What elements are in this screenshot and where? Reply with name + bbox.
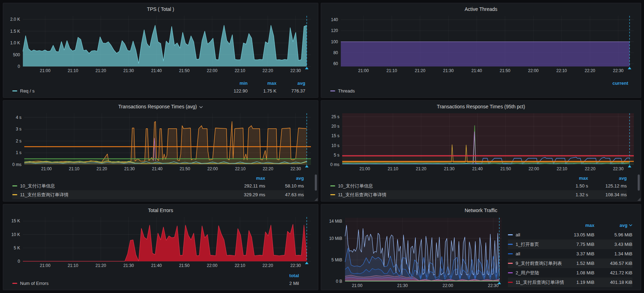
- legend-row: Num of Errors2 Mil: [12, 279, 299, 288]
- legend-stat-value: 1.08 MiB: [556, 270, 594, 275]
- svg-text:21:50: 21:50: [500, 166, 511, 171]
- panel-title-rt-avg[interactable]: Transactions Response Times (avg): [7, 103, 314, 111]
- legend-item: all: [508, 232, 556, 237]
- legend-scrollbar[interactable]: [315, 174, 317, 191]
- legend-series-label[interactable]: Req / s: [20, 88, 34, 94]
- svg-text:21:00: 21:00: [359, 166, 370, 171]
- svg-text:21:20: 21:20: [415, 68, 425, 73]
- svg-text:22:10: 22:10: [235, 166, 246, 171]
- network-traffic-body: 0 B5 MiB10 MiB14 MiB21:0021:3022:0022:30…: [325, 216, 637, 288]
- svg-text:21:50: 21:50: [500, 68, 510, 73]
- svg-text:5 K: 5 K: [14, 246, 20, 250]
- total-errors-chart-canvas[interactable]: 05 K10 K15 K21:0021:1021:2021:3021:4021:…: [7, 215, 314, 268]
- legend-series-label[interactable]: all: [516, 251, 520, 256]
- network-traffic-chart-canvas[interactable]: 0 B5 MiB10 MiB14 MiB21:0021:3022:0022:30: [325, 216, 504, 288]
- legend-series-label[interactable]: Threads: [338, 88, 355, 94]
- legend-header-total[interactable]: total: [267, 273, 299, 278]
- legend-header-avg[interactable]: avg: [276, 81, 305, 86]
- svg-text:21:00: 21:00: [40, 68, 50, 73]
- legend-header-label: min: [240, 81, 248, 86]
- svg-text:21:00: 21:00: [40, 263, 50, 268]
- panel-title-network-traffic[interactable]: Network Traffic: [325, 206, 637, 215]
- active-threads-legend: currentThreads: [325, 79, 637, 95]
- dashboard: TPS ( Total ) 05001.0 K1.5 K2.0 K21:0021…: [0, 0, 644, 293]
- svg-text:21:40: 21:40: [472, 166, 483, 171]
- legend-stat-value: 1.34 MiB: [594, 251, 632, 256]
- legend-row: 2_用户登陆1.08 MiB421.72 KiB: [508, 268, 632, 278]
- panel-title-text: Transactions Response Times (avg): [118, 104, 197, 109]
- legend-stat-value: 436.57 KiB: [594, 261, 632, 266]
- legend-header-max[interactable]: max: [227, 176, 265, 181]
- legend-series-label[interactable]: 11_支付后查询订单详情: [20, 192, 69, 198]
- legend-series-label[interactable]: 9_支付前查询订单列表: [516, 260, 562, 267]
- svg-text:22:20: 22:20: [262, 263, 273, 268]
- panel-title-tps[interactable]: TPS ( Total ): [7, 5, 314, 14]
- legend-header-min[interactable]: min: [219, 81, 248, 86]
- panel-active-threads: Active Threads 608010012014021:0021:1021…: [321, 3, 641, 98]
- legend-header-label: current: [612, 81, 628, 86]
- legend-header-label: avg: [296, 176, 304, 181]
- legend-stat-value: 1.19 MiB: [556, 280, 594, 285]
- legend-series-label[interactable]: Num of Errors: [20, 281, 49, 286]
- svg-text:21:20: 21:20: [96, 68, 106, 73]
- legend-header-label: avg: [619, 176, 627, 181]
- legend-header-current[interactable]: current: [599, 81, 628, 86]
- svg-text:22:00: 22:00: [528, 68, 538, 73]
- series-color-marker: [508, 282, 513, 283]
- svg-text:22:30: 22:30: [291, 166, 301, 171]
- legend-item: 1_打开首页: [508, 241, 556, 248]
- legend-series-label[interactable]: 10_支付订单信息: [20, 183, 55, 189]
- active-threads-chart-canvas[interactable]: 608010012014021:0021:1021:2021:3021:4021…: [325, 14, 637, 74]
- series-color-marker: [330, 185, 335, 186]
- legend-header-max[interactable]: max: [248, 81, 276, 86]
- legend-series-label[interactable]: 10_支付订单信息: [338, 183, 373, 189]
- legend-series-label[interactable]: 11_支付后查询订单详情: [338, 192, 387, 198]
- legend-row: 11_支付后查询订单详情1.19 MiB401.18 KiB: [508, 278, 632, 287]
- svg-text:21:10: 21:10: [69, 166, 79, 171]
- panel-title-active-threads[interactable]: Active Threads: [325, 5, 637, 14]
- svg-text:22:30: 22:30: [290, 263, 301, 268]
- legend-stat-value: 47.63 ms: [265, 192, 304, 197]
- legend-stat-value: 108.34 ms: [588, 192, 627, 197]
- svg-text:0 B: 0 B: [336, 279, 342, 284]
- legend-item: 9_支付前查询订单列表: [508, 260, 556, 267]
- svg-text:22:00: 22:00: [207, 68, 217, 73]
- legend-series-label[interactable]: all: [516, 232, 520, 237]
- legend-stat-value: 125.12 ms: [588, 183, 627, 189]
- svg-text:60: 60: [333, 61, 338, 66]
- legend-header-max[interactable]: max: [556, 223, 594, 228]
- chevron-down-icon[interactable]: [199, 106, 203, 108]
- legend-header-avg[interactable]: avg: [265, 176, 304, 181]
- legend-header-row: total: [12, 272, 299, 279]
- svg-text:15 s: 15 s: [331, 133, 339, 138]
- svg-text:21:20: 21:20: [96, 263, 106, 268]
- legend-row: Req / s122.901.75 K776.37: [12, 87, 305, 95]
- legend-stat-value: 5.96 MiB: [594, 232, 632, 237]
- svg-text:1.0 K: 1.0 K: [10, 40, 20, 45]
- legend-header-avg[interactable]: avg: [588, 176, 627, 181]
- svg-text:2 s: 2 s: [16, 139, 21, 144]
- legend-header-max[interactable]: max: [549, 176, 588, 181]
- legend-series-label[interactable]: 1_打开首页: [516, 241, 539, 248]
- series-color-marker: [508, 253, 513, 254]
- legend-series-label[interactable]: 2_用户登陆: [516, 270, 539, 276]
- series-color-marker: [508, 263, 513, 264]
- panel-title-rt-95[interactable]: Transactions Response Times (95th pct): [325, 103, 637, 111]
- legend-header-avg[interactable]: avg: [594, 223, 632, 228]
- svg-text:21:20: 21:20: [96, 166, 107, 171]
- panel-resize-handle[interactable]: [314, 198, 318, 201]
- svg-text:10 MiB: 10 MiB: [329, 236, 342, 241]
- panel-rt-avg: Transactions Response Times (avg) 0 ms1 …: [3, 100, 318, 202]
- legend-scrollbar[interactable]: [638, 174, 640, 191]
- panel-title-text: Total Errors: [148, 208, 173, 213]
- tps-chart-canvas[interactable]: 05001.0 K1.5 K2.0 K21:0021:1021:2021:302…: [7, 14, 314, 74]
- rt-95-chart-canvas[interactable]: 0 ms5 s10 s15 s20 s25 s21:0021:1021:2021…: [325, 111, 637, 172]
- legend-row: all13.05 MiB5.96 MiB: [508, 230, 632, 240]
- rt-avg-chart-canvas[interactable]: 0 ms1 s2 s3 s4 s21:0021:1021:2021:3021:4…: [7, 111, 314, 172]
- rt-95-legend: maxavg10_支付订单信息1.50 s125.12 ms11_支付后查询订单…: [325, 174, 637, 199]
- panel-title-total-errors[interactable]: Total Errors: [7, 206, 314, 215]
- panel-resize-handle[interactable]: [637, 198, 640, 201]
- svg-text:1.5 K: 1.5 K: [10, 29, 20, 34]
- legend-item: Threads: [330, 88, 628, 94]
- svg-text:5 MiB: 5 MiB: [331, 257, 342, 262]
